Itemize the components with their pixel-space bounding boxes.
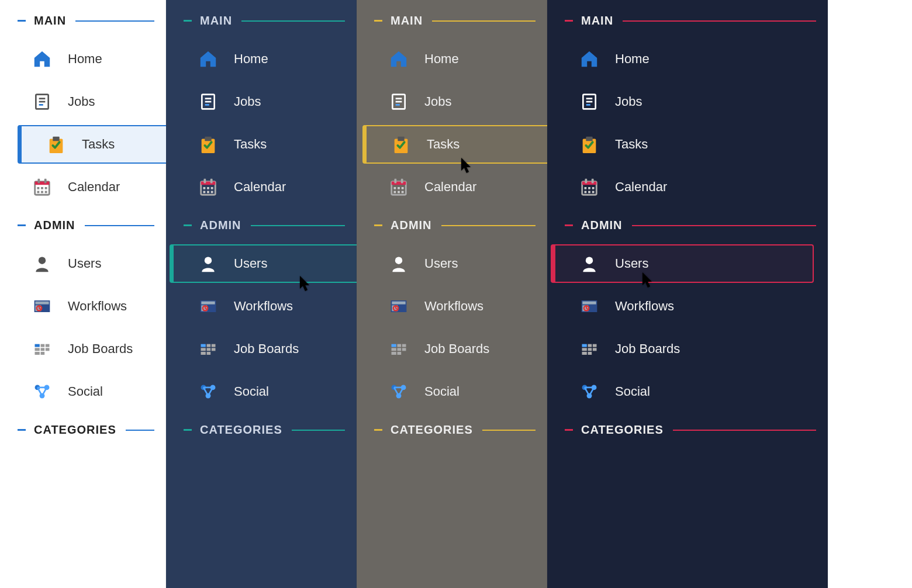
workflows-icon: [198, 296, 219, 317]
section-line: [441, 225, 536, 226]
nav-label: Social: [234, 384, 269, 399]
section-dash: [565, 20, 573, 22]
nav-item-social[interactable]: Social: [170, 372, 353, 411]
nav-item-users[interactable]: Users: [170, 244, 359, 283]
nav-label: Tasks: [427, 137, 460, 152]
section-dash: [18, 20, 26, 22]
jobs-icon: [579, 91, 600, 112]
nav-item-workflows[interactable]: Workflows: [551, 287, 824, 326]
tasks-icon: [391, 134, 412, 155]
nav-label: Calendar: [615, 179, 667, 195]
nav-label: Home: [615, 51, 650, 67]
section-header-categories: CATEGORIES: [547, 415, 828, 445]
nav-label: Social: [424, 384, 460, 399]
nav-label: Home: [68, 51, 102, 67]
nav-item-calendar[interactable]: Calendar: [360, 168, 544, 206]
nav-item-home[interactable]: Home: [4, 40, 163, 78]
section-dash: [374, 429, 382, 431]
section-line: [482, 430, 536, 431]
section-line: [85, 225, 154, 226]
nav-item-jobs[interactable]: Jobs: [170, 82, 353, 121]
sidebar-panel-navy-teal: MAIN Home Jobs Tasks Calendar ADMIN User…: [166, 0, 357, 588]
nav-label: Tasks: [82, 137, 115, 152]
nav-label: Workflows: [424, 299, 483, 314]
jobboards-icon: [388, 338, 409, 359]
section-label: MAIN: [391, 14, 423, 27]
section-header-admin: ADMIN: [357, 210, 547, 240]
jobs-icon: [32, 91, 53, 112]
section-label: CATEGORIES: [581, 423, 664, 437]
section-dash: [18, 224, 26, 226]
nav-item-tasks[interactable]: Tasks: [18, 125, 168, 164]
section-label: ADMIN: [200, 219, 241, 232]
tasks-icon: [198, 134, 219, 155]
section-label: MAIN: [581, 14, 613, 27]
nav-item-workflows[interactable]: Workflows: [170, 287, 353, 326]
nav-label: Tasks: [234, 137, 267, 152]
nav-label: Calendar: [424, 179, 476, 195]
nav-item-users[interactable]: Users: [4, 244, 163, 283]
nav-label: Social: [615, 384, 650, 399]
nav-item-jobboards[interactable]: Job Boards: [170, 330, 353, 368]
nav-item-jobboards[interactable]: Job Boards: [360, 330, 544, 368]
nav-item-workflows[interactable]: Workflows: [4, 287, 163, 326]
nav-label: Workflows: [234, 299, 293, 314]
tasks-icon: [579, 134, 600, 155]
section-line: [126, 430, 154, 431]
section-line: [251, 225, 345, 226]
nav-item-home[interactable]: Home: [551, 40, 824, 78]
nav-item-calendar[interactable]: Calendar: [4, 168, 163, 206]
workflows-icon: [388, 296, 409, 317]
home-icon: [198, 49, 219, 70]
section-line: [432, 20, 536, 22]
nav-item-jobboards[interactable]: Job Boards: [551, 330, 824, 368]
nav-label: Job Boards: [424, 341, 489, 357]
section-header-main: MAIN: [0, 6, 166, 36]
section-header-categories: CATEGORIES: [0, 415, 166, 445]
nav-item-calendar[interactable]: Calendar: [551, 168, 824, 206]
nav-item-users[interactable]: Users: [551, 244, 814, 283]
nav-item-tasks[interactable]: Tasks: [551, 125, 824, 164]
nav-label: Calendar: [234, 179, 286, 195]
nav-label: Job Boards: [68, 341, 133, 357]
section-header-admin: ADMIN: [166, 210, 357, 240]
nav-item-calendar[interactable]: Calendar: [170, 168, 353, 206]
nav-label: Jobs: [424, 94, 451, 109]
calendar-icon: [388, 177, 409, 198]
social-icon: [388, 381, 409, 402]
section-line: [632, 225, 816, 226]
nav-item-social[interactable]: Social: [551, 372, 824, 411]
section-dash: [184, 20, 192, 22]
jobboards-icon: [579, 338, 600, 359]
nav-item-jobs[interactable]: Jobs: [551, 82, 824, 121]
nav-label: Users: [234, 256, 267, 271]
nav-item-jobboards[interactable]: Job Boards: [4, 330, 163, 368]
nav-item-home[interactable]: Home: [170, 40, 353, 78]
section-dash: [184, 429, 192, 431]
section-line: [673, 430, 816, 431]
nav-item-social[interactable]: Social: [360, 372, 544, 411]
nav-item-tasks[interactable]: Tasks: [170, 125, 353, 164]
jobs-icon: [388, 91, 409, 112]
calendar-icon: [32, 177, 53, 198]
section-label: CATEGORIES: [391, 423, 473, 437]
nav-label: Calendar: [68, 179, 120, 195]
nav-item-workflows[interactable]: Workflows: [360, 287, 544, 326]
nav-item-users[interactable]: Users: [360, 244, 544, 283]
section-label: CATEGORIES: [200, 423, 282, 437]
section-label: ADMIN: [391, 219, 432, 232]
nav-item-jobs[interactable]: Jobs: [4, 82, 163, 121]
sidebar-panel-warm-yellow: MAIN Home Jobs Tasks Calendar ADMIN User…: [357, 0, 547, 588]
users-icon: [388, 253, 409, 274]
section-header-admin: ADMIN: [0, 210, 166, 240]
nav-label: Tasks: [615, 137, 648, 152]
nav-label: Jobs: [68, 94, 95, 109]
nav-label: Workflows: [68, 299, 127, 314]
nav-item-social[interactable]: Social: [4, 372, 163, 411]
nav-item-home[interactable]: Home: [360, 40, 544, 78]
section-line: [292, 430, 345, 431]
nav-item-tasks[interactable]: Tasks: [362, 125, 550, 164]
home-icon: [32, 49, 53, 70]
nav-item-jobs[interactable]: Jobs: [360, 82, 544, 121]
calendar-icon: [198, 177, 219, 198]
